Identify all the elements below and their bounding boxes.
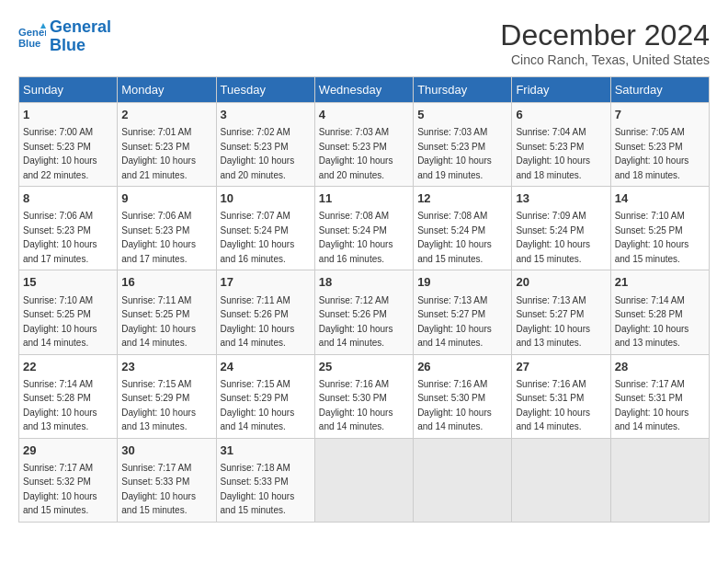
calendar-day-cell: 29 Sunrise: 7:17 AMSunset: 5:32 PMDaylig… xyxy=(19,438,118,522)
day-number: 27 xyxy=(516,359,606,375)
day-number: 19 xyxy=(417,274,507,291)
calendar-day-cell: 16 Sunrise: 7:11 AMSunset: 5:25 PMDaylig… xyxy=(118,270,216,354)
day-info: Sunrise: 7:03 AMSunset: 5:23 PMDaylight:… xyxy=(319,127,393,180)
calendar-day-cell: 6 Sunrise: 7:04 AMSunset: 5:23 PMDayligh… xyxy=(512,103,610,187)
day-number: 6 xyxy=(516,107,606,123)
logo-icon: General Blue xyxy=(18,23,46,51)
calendar-day-cell: 25 Sunrise: 7:16 AMSunset: 5:30 PMDaylig… xyxy=(314,354,413,438)
calendar-day-cell: 15 Sunrise: 7:10 AMSunset: 5:25 PMDaylig… xyxy=(19,270,118,354)
calendar-day-cell xyxy=(414,438,512,522)
day-info: Sunrise: 7:14 AMSunset: 5:28 PMDaylight:… xyxy=(23,379,97,432)
calendar-day-cell: 9 Sunrise: 7:06 AMSunset: 5:23 PMDayligh… xyxy=(118,187,216,270)
day-number: 4 xyxy=(319,107,409,123)
day-number: 25 xyxy=(319,359,409,375)
day-info: Sunrise: 7:18 AMSunset: 5:33 PMDaylight:… xyxy=(221,463,295,516)
logo: General Blue GeneralBlue xyxy=(18,18,111,55)
day-number: 9 xyxy=(121,190,211,207)
day-info: Sunrise: 7:01 AMSunset: 5:23 PMDaylight:… xyxy=(121,127,196,180)
day-number: 8 xyxy=(23,190,113,207)
calendar-day-cell: 1 Sunrise: 7:00 AMSunset: 5:23 PMDayligh… xyxy=(19,103,118,187)
day-info: Sunrise: 7:07 AMSunset: 5:24 PMDaylight:… xyxy=(221,211,295,264)
day-info: Sunrise: 7:17 AMSunset: 5:32 PMDaylight:… xyxy=(23,463,97,516)
day-number: 15 xyxy=(23,274,113,291)
day-number: 13 xyxy=(516,190,606,207)
day-info: Sunrise: 7:06 AMSunset: 5:23 PMDaylight:… xyxy=(23,211,97,264)
day-number: 21 xyxy=(615,274,705,291)
calendar-day-cell: 2 Sunrise: 7:01 AMSunset: 5:23 PMDayligh… xyxy=(118,103,216,187)
day-info: Sunrise: 7:17 AMSunset: 5:33 PMDaylight:… xyxy=(121,463,196,516)
day-number: 28 xyxy=(615,359,705,375)
calendar-day-cell xyxy=(512,438,610,522)
day-info: Sunrise: 7:15 AMSunset: 5:29 PMDaylight:… xyxy=(221,379,295,432)
page-header: General Blue GeneralBlue December 2024 C… xyxy=(18,18,710,67)
calendar-table: SundayMondayTuesdayWednesdayThursdayFrid… xyxy=(18,76,710,523)
calendar-day-cell: 26 Sunrise: 7:16 AMSunset: 5:30 PMDaylig… xyxy=(414,354,512,438)
day-number: 5 xyxy=(417,107,507,123)
page-title: December 2024 xyxy=(500,18,710,52)
day-number: 11 xyxy=(319,190,409,207)
day-info: Sunrise: 7:16 AMSunset: 5:30 PMDaylight:… xyxy=(319,379,393,432)
calendar-day-cell: 20 Sunrise: 7:13 AMSunset: 5:27 PMDaylig… xyxy=(512,270,610,354)
calendar-day-cell: 8 Sunrise: 7:06 AMSunset: 5:23 PMDayligh… xyxy=(19,187,118,270)
calendar-week-row: 22 Sunrise: 7:14 AMSunset: 5:28 PMDaylig… xyxy=(19,354,710,438)
day-number: 26 xyxy=(417,359,507,375)
calendar-day-cell: 3 Sunrise: 7:02 AMSunset: 5:23 PMDayligh… xyxy=(216,103,314,187)
day-number: 16 xyxy=(121,274,211,291)
day-info: Sunrise: 7:12 AMSunset: 5:26 PMDaylight:… xyxy=(319,295,393,349)
calendar-header: SundayMondayTuesdayWednesdayThursdayFrid… xyxy=(19,77,710,103)
calendar-week-row: 15 Sunrise: 7:10 AMSunset: 5:25 PMDaylig… xyxy=(19,270,710,354)
calendar-body: 1 Sunrise: 7:00 AMSunset: 5:23 PMDayligh… xyxy=(19,103,710,523)
calendar-day-cell: 18 Sunrise: 7:12 AMSunset: 5:26 PMDaylig… xyxy=(314,270,413,354)
calendar-day-header: Sunday xyxy=(19,77,118,103)
day-info: Sunrise: 7:13 AMSunset: 5:27 PMDaylight:… xyxy=(417,295,492,349)
day-number: 17 xyxy=(221,274,311,291)
calendar-day-header: Saturday xyxy=(610,77,709,103)
calendar-day-cell: 23 Sunrise: 7:15 AMSunset: 5:29 PMDaylig… xyxy=(118,354,216,438)
day-info: Sunrise: 7:03 AMSunset: 5:23 PMDaylight:… xyxy=(417,127,492,180)
day-number: 10 xyxy=(221,190,311,207)
calendar-day-cell: 24 Sunrise: 7:15 AMSunset: 5:29 PMDaylig… xyxy=(216,354,314,438)
day-info: Sunrise: 7:08 AMSunset: 5:24 PMDaylight:… xyxy=(319,211,393,264)
day-number: 20 xyxy=(516,274,606,291)
calendar-day-header: Wednesday xyxy=(314,77,413,103)
day-number: 12 xyxy=(417,190,507,207)
day-number: 30 xyxy=(121,442,211,459)
calendar-day-cell: 22 Sunrise: 7:14 AMSunset: 5:28 PMDaylig… xyxy=(19,354,118,438)
calendar-day-header: Monday xyxy=(118,77,216,103)
day-number: 2 xyxy=(121,107,211,123)
calendar-day-cell: 12 Sunrise: 7:08 AMSunset: 5:24 PMDaylig… xyxy=(414,187,512,270)
calendar-day-cell: 13 Sunrise: 7:09 AMSunset: 5:24 PMDaylig… xyxy=(512,187,610,270)
calendar-day-cell: 11 Sunrise: 7:08 AMSunset: 5:24 PMDaylig… xyxy=(314,187,413,270)
calendar-week-row: 29 Sunrise: 7:17 AMSunset: 5:32 PMDaylig… xyxy=(19,438,710,522)
day-info: Sunrise: 7:05 AMSunset: 5:23 PMDaylight:… xyxy=(615,127,689,180)
day-info: Sunrise: 7:09 AMSunset: 5:24 PMDaylight:… xyxy=(516,211,590,264)
calendar-day-cell: 5 Sunrise: 7:03 AMSunset: 5:23 PMDayligh… xyxy=(414,103,512,187)
day-info: Sunrise: 7:02 AMSunset: 5:23 PMDaylight:… xyxy=(221,127,295,180)
day-info: Sunrise: 7:10 AMSunset: 5:25 PMDaylight:… xyxy=(23,295,97,349)
calendar-day-cell xyxy=(610,438,709,522)
calendar-day-cell: 31 Sunrise: 7:18 AMSunset: 5:33 PMDaylig… xyxy=(216,438,314,522)
logo-text: GeneralBlue xyxy=(50,18,111,55)
calendar-day-cell: 27 Sunrise: 7:16 AMSunset: 5:31 PMDaylig… xyxy=(512,354,610,438)
day-info: Sunrise: 7:10 AMSunset: 5:25 PMDaylight:… xyxy=(615,211,689,264)
calendar-day-cell: 17 Sunrise: 7:11 AMSunset: 5:26 PMDaylig… xyxy=(216,270,314,354)
day-info: Sunrise: 7:15 AMSunset: 5:29 PMDaylight:… xyxy=(121,379,196,432)
day-info: Sunrise: 7:11 AMSunset: 5:25 PMDaylight:… xyxy=(121,295,196,349)
day-info: Sunrise: 7:16 AMSunset: 5:30 PMDaylight:… xyxy=(417,379,492,432)
day-info: Sunrise: 7:11 AMSunset: 5:26 PMDaylight:… xyxy=(221,295,295,349)
calendar-day-cell xyxy=(314,438,413,522)
page-subtitle: Cinco Ranch, Texas, United States xyxy=(500,52,710,67)
calendar-day-cell: 4 Sunrise: 7:03 AMSunset: 5:23 PMDayligh… xyxy=(314,103,413,187)
calendar-day-cell: 30 Sunrise: 7:17 AMSunset: 5:33 PMDaylig… xyxy=(118,438,216,522)
day-number: 24 xyxy=(221,359,311,375)
day-number: 7 xyxy=(615,107,705,123)
day-info: Sunrise: 7:13 AMSunset: 5:27 PMDaylight:… xyxy=(516,295,590,349)
calendar-day-header: Thursday xyxy=(414,77,512,103)
calendar-day-cell: 14 Sunrise: 7:10 AMSunset: 5:25 PMDaylig… xyxy=(610,187,709,270)
day-info: Sunrise: 7:04 AMSunset: 5:23 PMDaylight:… xyxy=(516,127,590,180)
calendar-day-cell: 7 Sunrise: 7:05 AMSunset: 5:23 PMDayligh… xyxy=(610,103,709,187)
day-number: 14 xyxy=(615,190,705,207)
day-info: Sunrise: 7:06 AMSunset: 5:23 PMDaylight:… xyxy=(121,211,196,264)
day-info: Sunrise: 7:16 AMSunset: 5:31 PMDaylight:… xyxy=(516,379,590,432)
day-info: Sunrise: 7:00 AMSunset: 5:23 PMDaylight:… xyxy=(23,127,97,180)
